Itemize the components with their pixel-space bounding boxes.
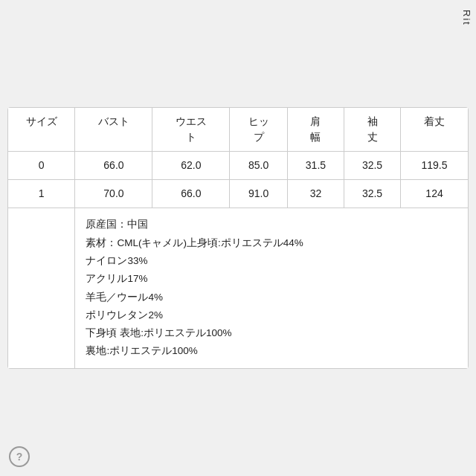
sleeve-0: 32.5 [344,152,400,180]
notes-content: 原産国：中国 素材：CML(キャメル)上身頃:ポリエステル44% ナイロン33%… [75,208,469,368]
sleeve-1: 32.5 [344,180,400,208]
header-size: サイズ [8,108,75,152]
header-bust: バスト [75,108,152,152]
bust-1: 70.0 [75,180,152,208]
note-line-4: アクリル17% [86,270,457,288]
main-container: サイズ バスト ウエスト ヒップ 肩幅 袖丈 着丈 0 66.0 62.0 85… [7,107,469,368]
notes-empty [8,208,75,368]
size-table: サイズ バスト ウエスト ヒップ 肩幅 袖丈 着丈 0 66.0 62.0 85… [7,107,469,368]
header-length: 着丈 [401,108,469,152]
notes-row: 原産国：中国 素材：CML(キャメル)上身頃:ポリエステル44% ナイロン33%… [8,208,469,368]
note-line-7: 下身頃 表地:ポリエステル100% [86,324,457,342]
table-row: 1 70.0 66.0 91.0 32 32.5 124 [8,180,469,208]
hip-1: 91.0 [230,180,288,208]
note-line-3: ナイロン33% [86,252,457,270]
size-0: 0 [8,152,75,180]
header-waist: ウエスト [152,108,230,152]
header-shoulder: 肩幅 [287,108,344,152]
bust-0: 66.0 [75,152,152,180]
help-button[interactable]: ? [9,446,30,467]
shoulder-0: 31.5 [287,152,344,180]
table-row: 0 66.0 62.0 85.0 31.5 32.5 119.5 [8,152,469,180]
shoulder-1: 32 [287,180,344,208]
waist-1: 66.0 [152,180,230,208]
header-sleeve: 袖丈 [344,108,400,152]
note-line-2: 素材：CML(キャメル)上身頃:ポリエステル44% [86,234,457,252]
length-1: 124 [401,180,469,208]
note-line-5: 羊毛／ウール4% [86,289,457,306]
hip-0: 85.0 [230,152,288,180]
rit-watermark: Rit [457,6,476,30]
waist-0: 62.0 [152,152,230,180]
length-0: 119.5 [401,152,469,180]
note-line-8: 裏地:ポリエステル100% [86,342,457,360]
header-hip: ヒップ [230,108,288,152]
note-line-1: 原産国：中国 [86,216,457,234]
size-1: 1 [8,180,75,208]
note-line-6: ポリウレタン2% [86,306,457,324]
